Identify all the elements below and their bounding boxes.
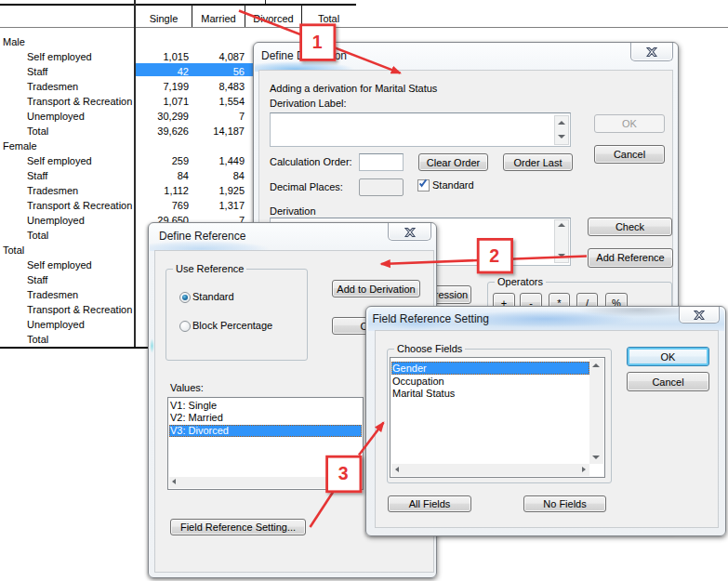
svg-text:3: 3 bbox=[338, 463, 349, 483]
svg-text:2: 2 bbox=[489, 245, 499, 266]
svg-text:1: 1 bbox=[312, 32, 323, 52]
